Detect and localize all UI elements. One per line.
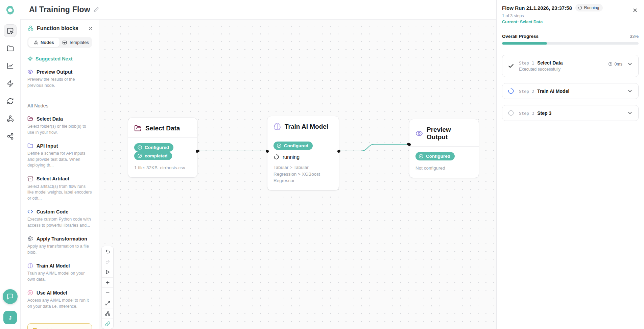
node-item-train-ai-model[interactable]: Train AI Model Train any AI/ML model on … [27, 263, 92, 282]
canvas-node-train-ai-model[interactable]: Train AI Model Configured running Tabula… [267, 116, 339, 191]
topbar: AI Training Flow [20, 0, 496, 20]
run-title: Flow Run 21.1.2026, 23:37:58 [502, 5, 572, 11]
input-handle[interactable] [408, 143, 411, 146]
archive-icon [27, 176, 33, 182]
eye-icon [415, 130, 423, 137]
progress-bar-fill [502, 42, 547, 45]
undo-icon[interactable] [102, 246, 113, 257]
configured-badge: Configured [273, 142, 313, 150]
panel-close-icon[interactable] [88, 26, 93, 31]
node-model-info: Tabular > Tabular Regression > XGBoost R… [273, 164, 333, 184]
refresh-icon[interactable] [4, 95, 17, 107]
step-card-3[interactable]: Step 3 Step 3 [502, 105, 639, 121]
divider [27, 96, 92, 96]
pending-circle-icon [508, 110, 514, 116]
folder-icon[interactable] [4, 42, 17, 55]
node-item-apply-transformation[interactable]: Apply Transformation Apply any transform… [27, 236, 92, 255]
nodes-tab-icon [34, 40, 39, 45]
flow-run-panel: Flow Run 21.1.2026, 23:37:58 Running 1 o… [496, 0, 644, 329]
gear-icon [27, 236, 33, 242]
overall-progress-label: Overall Progress [502, 34, 539, 39]
sparkles-icon [27, 56, 33, 61]
node-item-api-input[interactable]: API Input Define a schema for API inputs… [27, 143, 92, 169]
zoom-out-icon[interactable] [102, 287, 113, 298]
canvas-node-select-data[interactable]: Select Data Configured completed 1 file:… [128, 118, 197, 178]
redo-icon[interactable] [102, 257, 113, 267]
zoom-in-icon[interactable] [102, 277, 113, 288]
canvas-toolbar [101, 246, 114, 329]
configured-badge: Configured [134, 143, 173, 152]
output-handle[interactable] [337, 150, 340, 153]
share-icon[interactable] [4, 130, 17, 143]
check-circle-icon [419, 154, 424, 159]
node-item-use-ai-model[interactable]: Use AI Model Access any AI/ML model to r… [27, 290, 92, 309]
check-circle-icon [137, 153, 142, 158]
divider [27, 317, 92, 317]
check-icon [508, 60, 514, 72]
code-icon [27, 209, 33, 214]
panel-title: Function blocks [37, 25, 85, 31]
brain-icon [27, 263, 33, 269]
blocks-icon [27, 25, 34, 31]
step-card-2[interactable]: Step 2 Train AI Model [502, 83, 639, 99]
input-handle[interactable] [266, 150, 269, 153]
templates-tab-icon [62, 40, 67, 45]
node-item-preview-output[interactable]: Preview Output Preview the results of th… [27, 69, 92, 88]
eye-icon [27, 69, 33, 75]
play-circle-icon [27, 290, 33, 296]
fit-view-icon[interactable] [102, 298, 113, 308]
folder-icon [27, 143, 33, 149]
rail-nav [4, 24, 17, 143]
auto-layout-icon[interactable] [102, 308, 113, 319]
tab-templates[interactable]: Templates [60, 38, 91, 47]
running-status-badge: Running [575, 4, 603, 11]
all-nodes-label: All Nodes [27, 103, 92, 108]
brain-icon [273, 123, 281, 130]
folder-open-icon [27, 116, 33, 122]
chevron-down-icon[interactable] [627, 88, 633, 94]
run-flow-icon[interactable] [102, 267, 113, 277]
folder-open-icon [134, 125, 142, 132]
spinner-icon [578, 6, 582, 10]
select-tool-icon[interactable] [4, 24, 17, 37]
step-result-text: Executed successfully [519, 67, 563, 72]
flow-title: AI Training Flow [29, 5, 90, 14]
zap-icon[interactable] [4, 77, 17, 90]
suggested-next-label: Suggested Next [27, 56, 92, 61]
node-item-custom-code[interactable]: Custom Code Execute custom Python code w… [27, 209, 92, 228]
node-item-select-data[interactable]: Select Data Select folder(s) or file blo… [27, 116, 92, 135]
check-circle-icon [277, 143, 282, 148]
spinner-icon [508, 88, 514, 94]
current-step-label: Current: Select Data [502, 20, 639, 24]
note-icon [32, 328, 38, 329]
function-blocks-panel: Function blocks Nodes Templates Suggeste… [20, 20, 99, 329]
progress-bar [502, 42, 639, 45]
node-file-info: 1 file: 32KB_cirrhosis.csv [134, 164, 191, 171]
divider [497, 29, 644, 29]
output-handle[interactable] [196, 150, 198, 153]
app-logo [4, 4, 16, 16]
step-card-1[interactable]: Step 1 Select Data Executed successfully… [502, 55, 639, 77]
user-avatar[interactable]: J [3, 311, 17, 324]
link-icon[interactable] [102, 319, 113, 329]
edit-title-icon[interactable] [94, 7, 99, 12]
sticky-note-item[interactable]: Sticky Note Add notes to your flow. [27, 323, 92, 329]
tab-nodes[interactable]: Nodes [28, 38, 59, 47]
node-running-status: running [273, 154, 333, 160]
progress-percent: 33% [630, 34, 639, 39]
chat-button[interactable] [3, 289, 18, 304]
panel-content: Suggested Next Preview Output Preview th… [21, 48, 99, 329]
clock-icon [608, 62, 613, 66]
node-item-select-artifact[interactable]: Select Artifact Select artifact(s) from … [27, 176, 92, 202]
chevron-down-icon[interactable] [627, 110, 633, 116]
chevron-down-icon[interactable] [627, 61, 633, 67]
close-run-panel-icon[interactable] [632, 7, 638, 13]
panel-tabs: Nodes Templates [27, 37, 92, 48]
node-config-info: Not configured [415, 165, 473, 172]
canvas-node-preview-output[interactable]: Preview Output Configured Not configured [409, 119, 479, 178]
webhook-icon[interactable] [4, 112, 17, 125]
completed-badge: completed [134, 152, 172, 160]
line-chart-icon[interactable] [4, 59, 17, 72]
flow-canvas[interactable]: Select Data Configured completed 1 file:… [99, 20, 496, 329]
steps-summary: 1 of 3 steps [502, 14, 639, 18]
